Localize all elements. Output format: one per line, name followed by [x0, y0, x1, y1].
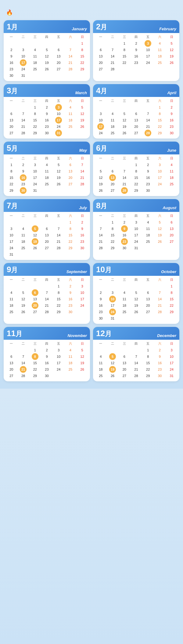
day-cell: 9: [166, 111, 178, 117]
day-cell: 17: [53, 117, 65, 123]
month-header-3: 3月March: [4, 84, 90, 97]
day-cell: 23: [17, 181, 29, 187]
day-cell: 3: [17, 47, 29, 53]
day-cell: 26: [95, 187, 107, 194]
day-cell: 8: [142, 353, 154, 360]
day-cell: 3: [154, 162, 166, 168]
day-cell: 14: [154, 296, 166, 302]
day-cell: 13: [5, 360, 17, 366]
day-cell: 20: [29, 302, 41, 309]
day-cell: 12: [41, 53, 53, 59]
day-cell: 21: [17, 366, 29, 372]
day-cell: 22: [107, 239, 119, 245]
empty-cell: [118, 283, 130, 289]
day-cell: 10: [53, 111, 65, 117]
day-cell: 29: [166, 309, 178, 315]
day-cell: 21: [142, 124, 154, 130]
empty-cell: [107, 104, 119, 110]
weekday-label: 日: [166, 341, 178, 346]
empty-cell: [41, 219, 53, 225]
month-en-4: April: [167, 91, 176, 96]
day-cell: 16: [142, 175, 154, 181]
day-cell: 21: [107, 60, 119, 66]
day-cell: 12: [166, 47, 178, 53]
day-cell: 19: [76, 117, 88, 123]
month-header-8: 8月August: [93, 199, 179, 212]
day-cell: 9: [41, 353, 53, 360]
day-cell: 3: [53, 104, 65, 110]
weekday-label: 六: [65, 213, 77, 219]
month-header-7: 7月July: [4, 199, 90, 212]
day-cell: 12: [53, 168, 65, 174]
day-cell: 28: [118, 187, 130, 194]
month-en-3: March: [75, 91, 87, 96]
day-cell: 12: [154, 226, 166, 232]
day-cell: 7: [76, 162, 88, 168]
day-cell: 6: [53, 47, 65, 53]
day-cell: 23: [65, 302, 77, 309]
day-cell: 28: [130, 373, 142, 379]
day-cell: 20: [95, 60, 107, 66]
weekday-label: 二: [17, 341, 29, 346]
day-cell: 11: [5, 296, 17, 302]
weekday-label: 四: [130, 341, 142, 346]
day-cell: 14: [65, 53, 77, 59]
month-card-7: 7月July一二三四五六日123456789101112131415161718…: [4, 199, 90, 260]
empty-cell: [17, 40, 29, 46]
day-cell: 7: [130, 353, 142, 360]
weekday-label: 日: [76, 156, 88, 161]
day-cell: 23: [5, 66, 17, 72]
weekday-label: 三: [118, 98, 130, 104]
legend-icon: 🔥: [6, 9, 13, 16]
day-cell: 15: [118, 53, 130, 59]
day-cell: 16: [41, 117, 53, 123]
empty-cell: [41, 40, 53, 46]
weekday-label: 一: [5, 98, 17, 104]
day-cell: 6: [29, 290, 41, 296]
day-cell: 12: [76, 111, 88, 117]
day-cell: 17: [76, 296, 88, 302]
day-cell: 11: [41, 168, 53, 174]
weekday-label: 一: [95, 213, 107, 219]
day-cell: 11: [142, 226, 154, 232]
day-cell: 1: [118, 40, 130, 46]
month-card-3: 3月March一二三四五六日12345678910111213141516171…: [4, 84, 90, 139]
month-en-7: July: [79, 205, 87, 211]
day-cell: 6: [41, 226, 53, 232]
day-cell: 26: [76, 366, 88, 372]
weekday-label: 二: [107, 34, 119, 40]
day-cell: 16: [118, 232, 130, 238]
month-header-2: 2月February: [93, 20, 179, 33]
day-cell: 10: [5, 232, 17, 238]
month-card-4: 4月April一二三四五六日12345678910111213141516171…: [93, 84, 179, 139]
weekday-label: 五: [53, 98, 65, 104]
day-cell: 4: [95, 353, 107, 360]
day-cell: 23: [142, 181, 154, 187]
day-cell: 23: [130, 60, 142, 66]
empty-cell: [5, 283, 17, 289]
day-cell: 3: [53, 347, 65, 353]
empty-cell: [130, 347, 142, 353]
empty-cell: [5, 347, 17, 353]
weekday-label: 四: [41, 34, 53, 40]
day-cell: 8: [130, 168, 142, 174]
day-cell: 8: [53, 290, 65, 296]
month-header-10: 10月October: [93, 263, 179, 276]
day-cell: 18: [154, 53, 166, 59]
day-cell: 14: [41, 296, 53, 302]
day-cell: 7: [154, 290, 166, 296]
day-cell: 21: [130, 366, 142, 372]
day-cell: 19: [95, 181, 107, 187]
day-cell: 22: [142, 366, 154, 372]
day-cell: 29: [29, 373, 41, 379]
month-card-5: 5月May一二三四五六日1234567891011121314151617181…: [4, 142, 90, 196]
weekday-label: 六: [154, 98, 166, 104]
day-cell: 8: [118, 47, 130, 53]
day-cell: 17: [17, 60, 29, 66]
empty-cell: [142, 283, 154, 289]
month-cn-4: 4月: [96, 86, 107, 96]
month-card-1: 1月January一二三四五六日123456789101112131415161…: [4, 20, 90, 81]
day-cell: 9: [41, 111, 53, 117]
day-cell: 12: [130, 296, 142, 302]
day-cell: 10: [154, 168, 166, 174]
